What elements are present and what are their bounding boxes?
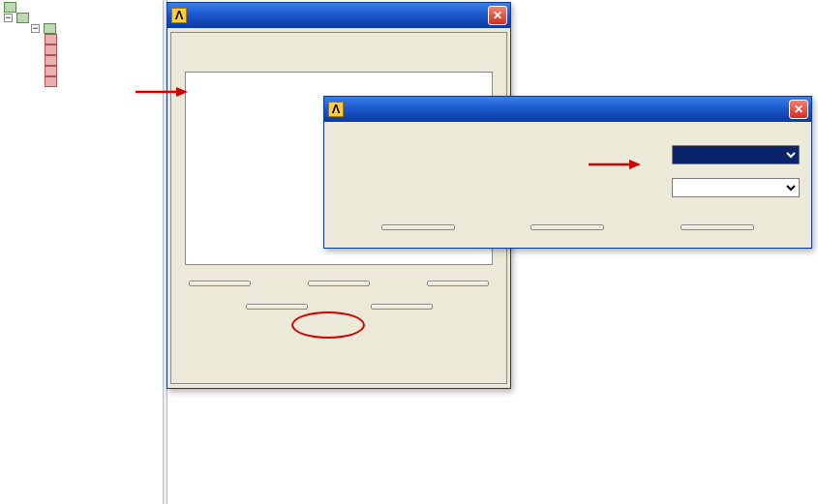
node-icon <box>45 66 57 76</box>
tree-item-switch-elem-type[interactable] <box>2 44 161 55</box>
close-button[interactable] <box>246 304 308 310</box>
element-options-dialog: Λ ✕ <box>323 96 812 249</box>
element-behavior-select[interactable] <box>672 178 800 197</box>
node-icon <box>45 44 57 55</box>
option-row-k3 <box>336 178 800 197</box>
node-icon <box>16 13 29 23</box>
add-button[interactable] <box>189 281 251 286</box>
close-button[interactable]: ✕ <box>789 100 808 119</box>
node-icon <box>45 76 57 87</box>
options-button[interactable] <box>308 281 370 286</box>
tree-item-add-dof[interactable] <box>2 55 161 66</box>
tree-item-element-type[interactable]: − <box>2 23 161 34</box>
titlebar[interactable]: Λ ✕ <box>324 97 811 122</box>
node-icon <box>44 23 56 34</box>
collapse-icon[interactable]: − <box>31 24 40 33</box>
tree-item-elem-tech-control[interactable] <box>2 76 161 87</box>
option-row-k2 <box>336 145 800 164</box>
tree-item-preferences[interactable] <box>2 2 161 13</box>
node-icon <box>45 34 57 44</box>
cancel-button[interactable] <box>530 224 604 230</box>
delete-button[interactable] <box>427 281 489 286</box>
help-button[interactable] <box>681 224 754 230</box>
titlebar[interactable]: Λ ✕ <box>167 3 510 28</box>
node-icon <box>4 2 16 13</box>
ok-button[interactable] <box>381 224 455 230</box>
close-button[interactable]: ✕ <box>488 6 507 25</box>
tree-item-preprocessor[interactable]: − <box>2 13 161 23</box>
outline-tree: − − <box>0 0 163 504</box>
collapse-icon[interactable]: − <box>4 14 13 22</box>
help-button[interactable] <box>371 304 433 310</box>
app-icon: Λ <box>171 8 187 23</box>
tree-item-remove-dofs[interactable] <box>2 66 161 76</box>
highlight-ellipse <box>291 311 365 339</box>
app-icon: Λ <box>328 102 344 117</box>
tree-item-add-edit-delete[interactable] <box>2 34 161 44</box>
node-icon <box>45 55 57 66</box>
structure-interface-select[interactable] <box>672 145 800 164</box>
